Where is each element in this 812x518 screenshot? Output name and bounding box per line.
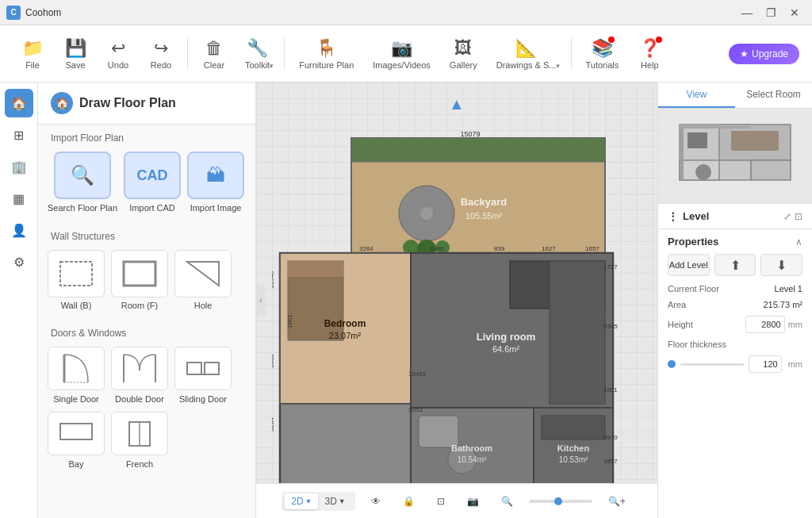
import-image[interactable]: 🏔 Import Image xyxy=(187,152,244,213)
french-label: French xyxy=(126,459,153,470)
minimize-button[interactable]: — xyxy=(736,3,758,22)
bay-label: Bay xyxy=(69,459,84,470)
current-floor-value: Level 1 xyxy=(775,284,802,294)
level-resize-icon[interactable]: ⤢ xyxy=(783,211,791,222)
svg-text:Kitchen: Kitchen xyxy=(557,443,590,453)
toolbar-tutorials[interactable]: 📚 Tutorials xyxy=(578,35,627,73)
sidebar-icon-home[interactable]: 🏠 xyxy=(5,89,33,117)
window-controls: — ❐ ✕ xyxy=(736,3,806,22)
canvas-bottom-bar: 2D ▼ 3D ▼ 👁 🔒 ⊡ 📷 🔍 xyxy=(256,483,657,518)
view-mode-button[interactable]: 👁 xyxy=(365,493,387,510)
svg-rect-8 xyxy=(205,363,219,374)
zoom-slider[interactable] xyxy=(529,500,592,503)
sidebar-toggle[interactable]: ‹ xyxy=(256,285,266,317)
lock-icon: 🔒 xyxy=(403,496,415,507)
tab-view[interactable]: View xyxy=(658,82,735,108)
import-cad[interactable]: CAD Import CAD xyxy=(124,152,181,213)
sidebar-icon-building[interactable]: 🏢 xyxy=(5,152,33,181)
capture-button[interactable]: 📷 xyxy=(461,493,485,510)
svg-rect-1 xyxy=(124,262,155,286)
door-grid: Single Door Double Door xyxy=(38,343,255,479)
sliding-door-icon xyxy=(174,347,232,390)
toolbar-help[interactable]: ❓ Help xyxy=(630,35,669,73)
bay-item[interactable]: Bay xyxy=(48,412,105,470)
toolkit-label: Toolkit xyxy=(245,60,270,70)
app-title: Coohom xyxy=(25,7,61,18)
clear-icon: 🗑 xyxy=(205,38,223,59)
2d-view-button[interactable]: 2D ▼ xyxy=(285,493,318,509)
toolbar-furniture[interactable]: 🪑 Furniture Plan xyxy=(291,35,362,73)
double-door-item[interactable]: Double Door xyxy=(111,347,168,405)
sidebar-icon-person[interactable]: 👤 xyxy=(5,216,33,244)
maximize-button[interactable]: ❐ xyxy=(760,3,782,22)
toolbar-clear[interactable]: 🗑 Clear xyxy=(194,35,234,73)
3d-label: 3D xyxy=(324,496,336,507)
upgrade-button[interactable]: ★ Upgrade xyxy=(729,44,799,64)
sliding-door-label: Sliding Door xyxy=(179,393,227,405)
room-f-icon xyxy=(111,250,168,297)
single-door-label: Single Door xyxy=(53,393,98,405)
fit-button[interactable]: ⊡ xyxy=(431,493,451,510)
level-collapse-icon[interactable]: ⊡ xyxy=(795,211,802,222)
toolbar-file[interactable]: 📁 File xyxy=(13,35,52,73)
left-panel: 🏠 Draw Floor Plan Import Floor Plan 🔍 Se… xyxy=(38,82,256,518)
import-search-floor[interactable]: 🔍 Search Floor Plan xyxy=(48,152,117,213)
height-input[interactable] xyxy=(745,316,785,333)
toolbar-undo[interactable]: ↩ Undo xyxy=(98,35,138,73)
undo-label: Undo xyxy=(108,60,128,70)
canvas-panel: ▲ xyxy=(256,82,657,518)
sidebar-icon-settings[interactable]: ⚙ xyxy=(5,247,33,276)
toolbar-save[interactable]: 💾 Save xyxy=(56,35,95,73)
redo-icon: ↪ xyxy=(154,38,168,59)
search-floor-icon: 🔍 xyxy=(54,152,111,199)
svg-text:10431: 10431 xyxy=(408,370,427,378)
french-item[interactable]: French xyxy=(111,412,168,470)
toolbar-drawings[interactable]: 📐 Drawings & S... ▼ xyxy=(488,35,565,73)
toolbar-gallery[interactable]: 🖼 Gallery xyxy=(442,35,485,73)
floor-up-icon: ⬆ xyxy=(730,258,741,273)
floor-thickness-input[interactable] xyxy=(749,355,782,373)
file-label: File xyxy=(25,60,40,70)
svg-text:Bedroom: Bedroom xyxy=(324,318,366,329)
toolbar-redo[interactable]: ↪ Redo xyxy=(141,35,181,73)
import-section-title: Import Floor Plan xyxy=(38,125,255,148)
sliding-door-item[interactable]: Sliding Door xyxy=(174,347,232,405)
svg-rect-7 xyxy=(187,363,201,374)
toolkit-icon: 🔧 xyxy=(247,38,268,59)
wall-section-title: Wall Structures xyxy=(38,223,255,247)
svg-text:1851: 1851 xyxy=(603,386,618,393)
svg-rect-70 xyxy=(680,125,751,129)
import-image-label: Import Image xyxy=(190,202,242,213)
right-panel-tabs: View Select Room xyxy=(658,82,812,109)
single-door-item[interactable]: Single Door xyxy=(48,347,105,405)
3d-view-button[interactable]: 3D ▼ xyxy=(318,493,351,509)
height-unit: mm xyxy=(788,320,802,329)
area-unit: m² xyxy=(792,300,802,309)
toolbar-toolkit[interactable]: 🔧 Toolkit ▼ xyxy=(237,35,278,73)
wall-b-item[interactable]: Wall (B) xyxy=(48,250,105,310)
svg-rect-15 xyxy=(351,138,605,162)
zoom-in-button[interactable]: 🔍+ xyxy=(602,493,632,510)
hole-label: Hole xyxy=(194,301,213,310)
svg-rect-72 xyxy=(731,131,779,151)
canvas-grid[interactable]: ▲ xyxy=(256,82,657,518)
floor-up-button[interactable]: ⬆ xyxy=(714,254,756,276)
close-button[interactable]: ✕ xyxy=(783,3,806,22)
floor-down-button[interactable]: ⬇ xyxy=(760,254,802,276)
upgrade-icon: ★ xyxy=(740,48,749,59)
wall-grid: Wall (B) Room (F) Hole xyxy=(38,247,255,320)
tab-select-room[interactable]: Select Room xyxy=(735,82,812,108)
lock-button[interactable]: 🔒 xyxy=(396,493,421,510)
svg-text:105.55m²: 105.55m² xyxy=(465,211,503,221)
2d-arrow: ▼ xyxy=(305,497,312,505)
room-f-item[interactable]: Room (F) xyxy=(111,250,168,310)
prop-collapse-btn[interactable]: ∧ xyxy=(795,236,802,247)
hole-item[interactable]: Hole xyxy=(174,250,232,310)
sidebar-icon-layers[interactable]: ⊞ xyxy=(5,121,33,149)
zoom-out-button[interactable]: 🔍 xyxy=(495,493,519,510)
toolbar-images[interactable]: 📷 Images/Videos xyxy=(365,35,439,73)
svg-marker-2 xyxy=(187,262,219,286)
save-label: Save xyxy=(65,60,85,70)
sidebar-icon-wall[interactable]: ▦ xyxy=(5,184,33,213)
import-cad-icon: CAD xyxy=(124,152,181,199)
